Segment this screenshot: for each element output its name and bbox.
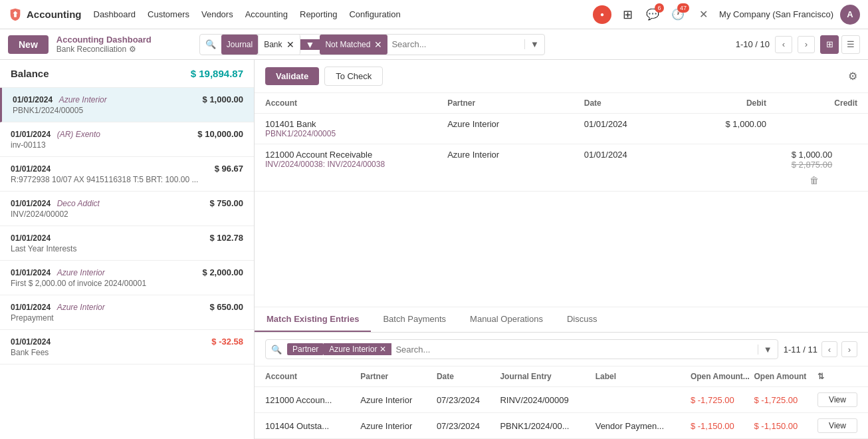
tab-match-existing[interactable]: Match Existing Entries (255, 307, 371, 332)
col-header-debit: Debit (675, 98, 766, 108)
search-dropdown-btn[interactable]: ▼ (524, 39, 544, 49)
transaction-item-4[interactable]: 01/01/2024 $ 102.78 Last Year Interests (0, 226, 254, 261)
match-col-open: Open Amount (754, 372, 817, 381)
tx-ref-2: R:9772938 10/07 AX 9415116318 T:5 BRT: 1… (11, 175, 243, 184)
journal-date-1: 01/01/2024 (584, 150, 675, 160)
close-btn[interactable]: ✕ (694, 5, 712, 24)
balance-amount: $ 19,894.87 (191, 68, 243, 79)
breadcrumb-title[interactable]: Accounting Dashboard (56, 35, 152, 45)
breadcrumb-settings-icon[interactable]: ⚙ (129, 45, 136, 54)
page-info: 1-10 / 10 (736, 39, 770, 49)
match-table: Account Partner Date Journal Entry Label… (255, 366, 868, 439)
top-nav: Accounting Dashboard Customers Vendors A… (0, 0, 868, 29)
transaction-item-3[interactable]: 01/01/2024 Deco Addict $ 750.00 INV/2024… (0, 192, 254, 226)
app-logo[interactable]: Accounting (8, 7, 82, 22)
nav-dashboard[interactable]: Dashboard (94, 7, 136, 22)
delete-journal-row-icon[interactable]: 🗑 (810, 175, 819, 186)
search-bar: 🔍 Journal Bank ✕ ▼ Not Matched ✕ ▼ (199, 34, 545, 55)
journal-partner-1: Azure Interior (447, 150, 584, 160)
nav-reporting[interactable]: Reporting (300, 7, 337, 22)
main-content: Balance $ 19,894.87 01/01/2024 Azure Int… (0, 60, 868, 439)
funnel-icon[interactable]: ▼ (300, 39, 320, 50)
search-input[interactable] (387, 39, 524, 49)
activity-btn[interactable]: 🕐 47 (669, 5, 687, 24)
nav-customers[interactable]: Customers (148, 7, 189, 22)
tx-ref-3: INV/2024/00002 (11, 210, 243, 219)
sub-toolbar: New Accounting Dashboard Bank Reconcilia… (0, 29, 868, 60)
right-panel: Validate To Check ⚙ Account Partner Date… (255, 60, 868, 439)
tab-manual-operations[interactable]: Manual Operations (458, 307, 555, 332)
next-page-btn[interactable]: › (798, 36, 815, 53)
to-check-button[interactable]: To Check (324, 67, 383, 86)
transaction-item-6[interactable]: 01/01/2024 Azure Interior $ 650.00 Prepa… (0, 295, 254, 330)
match-partner-value-tag[interactable]: Azure Interior ✕ (324, 343, 391, 355)
list-view-btn[interactable]: ☰ (841, 35, 860, 54)
panel-settings-icon[interactable]: ⚙ (848, 70, 857, 82)
company-name: My Company (San Francisco) (719, 9, 833, 19)
tx-amount-7: $ -32.58 (211, 337, 243, 347)
match-next-btn[interactable]: › (841, 341, 857, 357)
tx-amount-6: $ 650.00 (209, 302, 243, 312)
record-btn[interactable]: ● (593, 5, 611, 24)
match-partner-tag[interactable]: Partner (287, 343, 324, 355)
match-col-date: Date (437, 372, 500, 381)
match-view-btn-0[interactable]: View (817, 392, 857, 407)
journal-credit-1: $ 1,000.00 $ 2,875.00 🗑 (766, 150, 857, 186)
match-col-settings-icon[interactable]: ⇅ (817, 372, 857, 381)
prev-page-btn[interactable]: ‹ (775, 36, 792, 53)
tx-ref-6: Prepayment (11, 313, 243, 323)
bank-filter-remove[interactable]: ✕ (286, 39, 294, 50)
tx-date-5: 01/01/2024 (11, 268, 51, 277)
match-view-btn-1[interactable]: View (817, 418, 857, 433)
bottom-section: Match Existing Entries Batch Payments Ma… (255, 307, 868, 439)
transaction-item-7[interactable]: 01/01/2024 $ -32.58 Bank Fees (0, 330, 254, 365)
tx-date-7: 01/01/2024 (11, 337, 51, 347)
tx-ref-4: Last Year Interests (11, 244, 243, 253)
transaction-item-5[interactable]: 01/01/2024 Azure Interior $ 2,000.00 Fir… (0, 261, 254, 295)
match-prev-btn[interactable]: ‹ (821, 341, 837, 357)
journal-debit-0: $ 1,000.00 (675, 119, 766, 129)
match-search-icon: 🔍 (266, 345, 287, 355)
match-date-1: 07/23/2024 (437, 421, 500, 431)
breadcrumb-sub: Bank Reconciliation ⚙ (56, 45, 152, 54)
chat-badge: 6 (655, 3, 664, 13)
tab-discuss[interactable]: Discuss (555, 307, 609, 332)
journal-account-0: 101401 Bank PBNK1/2024/00005 (265, 119, 447, 138)
journal-row-1: 121000 Account Receivable INV/2024/00038… (255, 144, 868, 192)
kanban-view-btn[interactable]: ⊞ (820, 35, 839, 54)
tx-ref-0: PBNK1/2024/00005 (13, 106, 243, 115)
transaction-item-2[interactable]: 01/01/2024 $ 96.67 R:9772938 10/07 AX 94… (0, 157, 254, 192)
tx-amount-4: $ 102.78 (209, 233, 243, 243)
tx-date-4: 01/01/2024 (11, 233, 51, 243)
new-button[interactable]: New (8, 35, 49, 54)
user-avatar[interactable]: A (840, 5, 860, 25)
breadcrumb: Accounting Dashboard Bank Reconciliation… (56, 35, 152, 54)
chat-btn[interactable]: 💬 6 (643, 5, 662, 24)
match-search-dropdown-btn[interactable]: ▼ (758, 345, 778, 355)
col-header-account: Account (265, 98, 447, 108)
transaction-item-0[interactable]: 01/01/2024 Azure Interior $ 1,000.00 PBN… (0, 88, 254, 122)
tab-batch-payments[interactable]: Batch Payments (371, 307, 458, 332)
match-table-row-1: 101404 Outsta... Azure Interior 07/23/20… (255, 413, 868, 439)
nav-configuration[interactable]: Configuration (349, 7, 400, 22)
search-icon: 🔍 (200, 39, 221, 49)
bank-filter-tag[interactable]: Bank ✕ (258, 35, 300, 55)
bottom-tabs: Match Existing Entries Batch Payments Ma… (255, 307, 868, 333)
transaction-item-1[interactable]: 01/01/2024 (AR) Exento $ 10,000.00 inv-0… (0, 122, 254, 157)
notmatched-filter-remove[interactable]: ✕ (374, 39, 382, 50)
notmatched-filter-tag[interactable]: Not Matched ✕ (320, 35, 387, 55)
match-col-open-cur: Open Amount... (691, 372, 754, 381)
tx-amount-1: $ 10,000.00 (197, 129, 243, 139)
journal-filter-tag[interactable]: Journal (221, 35, 258, 55)
match-col-journal: Journal Entry (500, 372, 595, 381)
match-pagination: 1-11 / 11 ‹ › (784, 341, 857, 357)
nav-accounting[interactable]: Accounting (245, 7, 288, 22)
nav-vendors[interactable]: Vendors (201, 7, 233, 22)
journal-entries: Account Partner Date Debit Credit 101401… (255, 93, 868, 192)
match-filter-remove-icon[interactable]: ✕ (380, 345, 386, 354)
validate-button[interactable]: Validate (265, 67, 319, 85)
grid-btn[interactable]: ⊞ (618, 5, 637, 24)
tx-date-1: 01/01/2024 (11, 130, 51, 139)
match-search-input[interactable] (391, 345, 757, 355)
match-account-0: 121000 Accoun... (265, 395, 360, 405)
